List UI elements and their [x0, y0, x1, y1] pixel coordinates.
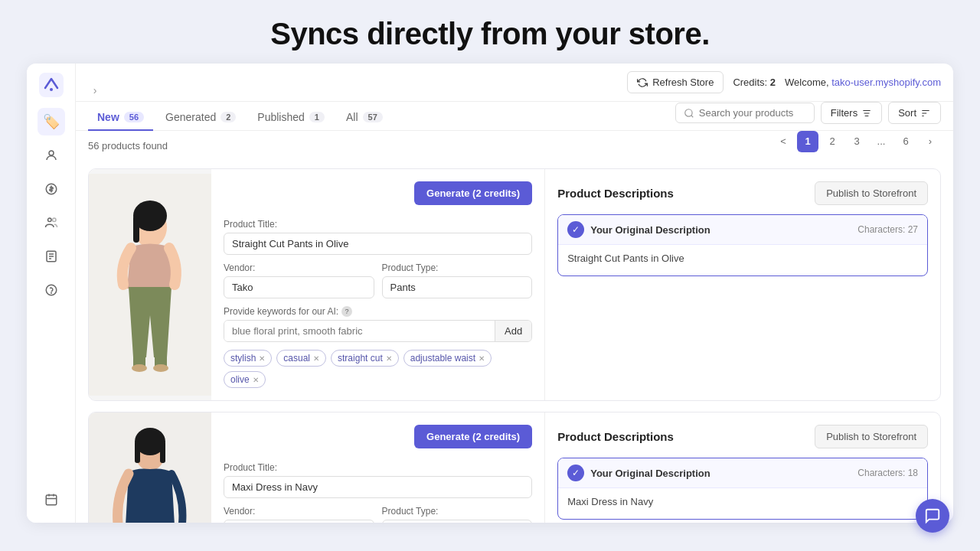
- sidebar-item-money[interactable]: [38, 175, 65, 203]
- title-input[interactable]: [224, 233, 532, 255]
- tag-adjustable-waist-remove[interactable]: ✕: [479, 354, 485, 363]
- keywords-label-row: Provide keywords for our AI: ? Add: [224, 306, 532, 342]
- svg-point-11: [51, 292, 51, 293]
- desc-block-header-2: ✓ Your Original Description Characters: …: [558, 458, 927, 488]
- tab-new[interactable]: New 56: [88, 105, 153, 131]
- desc-block-content: Straight Cut Pants in Olive: [558, 245, 927, 276]
- publish-button-2[interactable]: Publish to Storefront: [815, 425, 928, 448]
- title-input-2[interactable]: [224, 476, 532, 498]
- tab-new-label: New: [97, 111, 119, 123]
- sidebar-item-people[interactable]: [38, 209, 65, 236]
- desc-header-2: Product Descriptions Publish to Storefro…: [557, 425, 928, 448]
- char-count-2: Characters: 18: [858, 468, 918, 478]
- logo: [39, 73, 64, 97]
- filters-label: Filters: [831, 107, 858, 119]
- product-descriptions: Product Descriptions Publish to Storefro…: [545, 169, 940, 400]
- user-link[interactable]: tako-user.myshopify.com: [831, 77, 941, 88]
- desc-block-header: ✓ Your Original Description Characters: …: [558, 215, 927, 245]
- keywords-input[interactable]: [224, 321, 495, 341]
- svg-point-30: [153, 364, 168, 372]
- tab-published-badge: 1: [309, 112, 325, 122]
- tabs-group: New 56 Generated 2 Published 1 All 57: [88, 105, 392, 130]
- pagination-page-3[interactable]: 3: [846, 131, 867, 152]
- filters-button[interactable]: Filters: [821, 102, 882, 124]
- desc-block-content-2: Maxi Dress in Navy: [558, 488, 927, 519]
- vendor-input[interactable]: [224, 276, 374, 298]
- desc-block-label-2: Your Original Description: [590, 468, 710, 479]
- info-icon[interactable]: ?: [341, 306, 352, 317]
- products-list: 56 products found < 1 2 3 ... 6 ›: [76, 131, 953, 523]
- sidebar-item-calendar[interactable]: [38, 486, 65, 514]
- credits-display: Credits: 2: [733, 77, 776, 88]
- desc-title-2: Product Descriptions: [557, 430, 674, 443]
- pagination-page-2[interactable]: 2: [822, 131, 843, 152]
- pagination-next[interactable]: ›: [920, 131, 941, 152]
- search-input[interactable]: [699, 107, 806, 119]
- desc-title: Product Descriptions: [557, 187, 674, 200]
- pagination-page-6[interactable]: 6: [895, 131, 916, 152]
- sort-button[interactable]: Sort: [888, 102, 941, 124]
- sidebar-toggle[interactable]: ›: [86, 81, 104, 99]
- chat-icon: [924, 507, 941, 524]
- search-box[interactable]: [675, 103, 815, 123]
- refresh-label: Refresh Store: [652, 77, 714, 88]
- hero-section: Syncs directly from your store.: [0, 0, 980, 64]
- pagination-page-1[interactable]: 1: [797, 131, 818, 152]
- vendor-input-2[interactable]: [224, 520, 374, 523]
- pagination-prev[interactable]: <: [773, 131, 794, 152]
- keywords-add-button[interactable]: Add: [495, 321, 531, 341]
- product-image-2: [89, 412, 211, 523]
- type-input[interactable]: [382, 276, 533, 298]
- svg-rect-26: [133, 216, 139, 243]
- svg-point-5: [52, 218, 56, 222]
- form-vendor-type-row: Vendor: Product Type:: [224, 262, 532, 298]
- tag-olive: olive ✕: [224, 371, 266, 388]
- search-icon: [684, 108, 694, 119]
- tab-published[interactable]: Published 1: [248, 105, 334, 131]
- tab-generated-badge: 2: [220, 112, 236, 122]
- tab-all[interactable]: All 57: [337, 105, 392, 131]
- tab-generated[interactable]: Generated 2: [156, 105, 245, 131]
- title-label: Product Title:: [224, 219, 532, 230]
- products-count: 56 products found: [88, 140, 168, 152]
- desc-block-title-row-2: ✓ Your Original Description: [567, 465, 710, 481]
- product-card: Generate (2 credits) Product Title: Vend…: [88, 168, 941, 401]
- tab-all-label: All: [346, 111, 358, 123]
- main-content: Refresh Store Credits: 2 Welcome, tako-u…: [76, 64, 953, 523]
- pagination: < 1 2 3 ... 6 ›: [773, 131, 941, 152]
- tag-casual-remove[interactable]: ✕: [313, 354, 319, 363]
- generate-button-2[interactable]: Generate (2 credits): [414, 425, 532, 448]
- product-card: Generate (2 credits) Product Title: Vend…: [88, 412, 941, 523]
- publish-button[interactable]: Publish to Storefront: [815, 181, 928, 205]
- check-badge: ✓: [567, 221, 584, 238]
- sidebar-item-help[interactable]: [38, 276, 65, 304]
- desc-block-title-row: ✓ Your Original Description: [567, 221, 710, 238]
- tag-adjustable-waist: adjustable waist ✕: [403, 350, 492, 367]
- products-count-row: 56 products found < 1 2 3 ... 6 ›: [88, 140, 941, 159]
- product-image: [89, 169, 211, 400]
- char-count: Characters: 27: [858, 224, 918, 235]
- tag-stylish-remove[interactable]: ✕: [259, 354, 265, 363]
- generate-button[interactable]: Generate (2 credits): [414, 181, 532, 205]
- hero-title: Syncs directly from your store.: [0, 0, 980, 64]
- refresh-button[interactable]: Refresh Store: [627, 71, 724, 93]
- sort-label: Sort: [898, 107, 916, 119]
- desc-header: Product Descriptions Publish to Storefro…: [557, 181, 928, 205]
- tag-straight-cut-remove[interactable]: ✕: [386, 354, 392, 363]
- welcome-text: Welcome, tako-user.myshopify.com: [785, 77, 941, 88]
- product-form-2: Generate (2 credits) Product Title: Vend…: [211, 412, 545, 523]
- app-window: 🏷️: [27, 64, 953, 523]
- sidebar-item-book[interactable]: [38, 243, 65, 270]
- pagination-ellipsis: ...: [871, 131, 892, 152]
- desc-block-2: ✓ Your Original Description Characters: …: [557, 458, 928, 520]
- tag-olive-remove[interactable]: ✕: [253, 376, 259, 384]
- svg-rect-12: [46, 495, 57, 505]
- sidebar-item-user[interactable]: [38, 142, 65, 169]
- type-input-2[interactable]: [382, 520, 533, 523]
- form-title-row-2: Product Title:: [224, 462, 532, 498]
- chat-bubble[interactable]: [916, 499, 949, 533]
- keywords-input-wrap[interactable]: Add: [224, 320, 532, 342]
- tabs-bar: New 56 Generated 2 Published 1 All 57: [76, 102, 953, 131]
- check-badge-2: ✓: [567, 465, 584, 481]
- sidebar-item-tag[interactable]: 🏷️: [38, 108, 65, 135]
